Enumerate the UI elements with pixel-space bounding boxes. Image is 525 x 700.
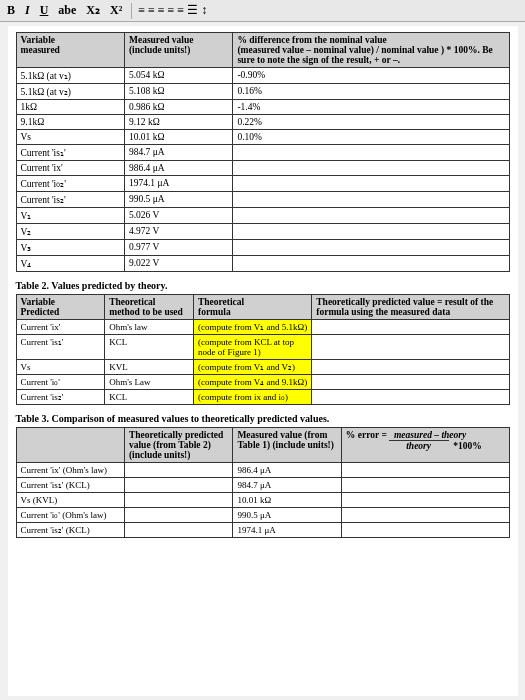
table2-row: Current 'i₀' Ohm's Law (compute from V₄ … [16,375,509,390]
table3-cell-theoretical [124,478,232,493]
table1-cell-percent [233,240,509,256]
table3-header-label [16,428,124,463]
table1-header-measured: Measured value(include units!) [124,33,232,68]
table3-row: Vs (KVL) 10.01 kΩ [16,493,509,508]
table3-cell-theoretical [124,523,232,538]
table1-cell-measured: 9.12 kΩ [124,115,232,130]
table1-cell-variable: Current 'ix' [16,161,124,176]
table1-cell-measured: 0.986 kΩ [124,100,232,115]
table1-cell-percent: 0.10% [233,130,509,145]
table2-cell-variable: Current 'is₁' [16,335,105,360]
table3-cell-measured: 990.5 μA [233,508,341,523]
table1-row: Vs 10.01 kΩ 0.10% [16,130,509,145]
table3-cell-label: Current 'is₂' (KCL) [16,523,124,538]
table1-cell-measured: 990.5 μA [124,192,232,208]
table3-header-theoretical: Theoretically predicted value (from Tabl… [124,428,232,463]
table1-cell-measured: 10.01 kΩ [124,130,232,145]
table1-row: 5.1kΩ (at v₁) 5.054 kΩ -0.90% [16,68,509,84]
table1-cell-percent: 0.22% [233,115,509,130]
table1-cell-measured: 0.977 V [124,240,232,256]
table1-cell-measured: 5.026 V [124,208,232,224]
table1-cell-variable: 1kΩ [16,100,124,115]
table2-header-formula: Theoreticalformula [193,295,311,320]
table3-cell-theoretical [124,493,232,508]
italic-button[interactable]: I [22,3,33,18]
table2-cell-variable: Current 'i₀' [16,375,105,390]
table1-row: 9.1kΩ 9.12 kΩ 0.22% [16,115,509,130]
table3-cell-error [341,493,509,508]
toolbar-extra: ≡ ≡ ≡ ≡ ≡ ☰ ↕ [138,3,207,18]
table1-cell-variable: V₁ [16,208,124,224]
table1-cell-percent: 0.16% [233,84,509,100]
table3-header-measured: Measured value (from Table 1) (include u… [233,428,341,463]
table3-cell-measured: 986.4 μA [233,463,341,478]
table3-cell-theoretical [124,463,232,478]
table2-row: Vs KVL (compute from V₁ and V₂) [16,360,509,375]
table1-cell-variable: V₃ [16,240,124,256]
table2-cell-method: KCL [105,335,194,360]
table3-cell-error [341,508,509,523]
table3-title: Table 3. Comparison of measured values t… [16,413,510,424]
table2-header-variable: VariablePredicted [16,295,105,320]
table1-cell-measured: 1974.1 μA [124,176,232,192]
table1-cell-measured: 9.022 V [124,256,232,272]
table2-cell-result [312,320,509,335]
table1-row: Current 'is₂' 990.5 μA [16,192,509,208]
table1-row: V₂ 4.972 V [16,224,509,240]
underline-button[interactable]: U [37,3,52,18]
table1-cell-variable: V₂ [16,224,124,240]
table1-row: 5.1kΩ (at v₂) 5.108 kΩ 0.16% [16,84,509,100]
table1-cell-measured: 5.054 kΩ [124,68,232,84]
table2-header-result: Theoretically predicted value = result o… [312,295,509,320]
table1-cell-measured: 984.7 μA [124,145,232,161]
table2-row: Current 'ix' Ohm's law (compute from V₁ … [16,320,509,335]
bold-button[interactable]: B [4,3,18,18]
table1: Variablemeasured Measured value(include … [16,32,510,272]
table2-cell-formula: (compute from V₁ and V₂) [193,360,311,375]
table1-cell-percent [233,192,509,208]
table2-cell-result [312,335,509,360]
table3-row: Current 'i₀' (Ohm's law) 990.5 μA [16,508,509,523]
table3-cell-label: Vs (KVL) [16,493,124,508]
toolbar: B I U abe X₂ X² ≡ ≡ ≡ ≡ ≡ ☰ ↕ [0,0,525,22]
table3-cell-measured: 1974.1 μA [233,523,341,538]
table3-cell-measured: 984.7 μA [233,478,341,493]
table1-cell-percent [233,256,509,272]
table3-row: Current 'is₁' (KCL) 984.7 μA [16,478,509,493]
superscript-button[interactable]: X² [107,3,125,18]
table1-cell-variable: V₄ [16,256,124,272]
strikethrough-button[interactable]: abe [55,3,79,18]
table2-header-method: Theoreticalmethod to be used [105,295,194,320]
table1-row: Current 'is₁' 984.7 μA [16,145,509,161]
table2-cell-variable: Current 'is₂' [16,390,105,405]
table1-header-percent: % difference from the nominal value (mea… [233,33,509,68]
table1-cell-percent [233,145,509,161]
table2-row: Current 'is₁' KCL (compute from KCL at t… [16,335,509,360]
table2-cell-formula: (compute from V₁ and 5.1kΩ) [193,320,311,335]
table1-cell-measured: 4.972 V [124,224,232,240]
table2-title: Table 2. Values predicted by theory. [16,280,510,291]
table3-cell-label: Current 'i₀' (Ohm's law) [16,508,124,523]
table3-cell-error [341,463,509,478]
table2-cell-result [312,360,509,375]
table3-header-error: % error = measured – theory theory *100% [341,428,509,463]
table1-row: V₁ 5.026 V [16,208,509,224]
table1-cell-measured: 986.4 μA [124,161,232,176]
table1-cell-measured: 5.108 kΩ [124,84,232,100]
table1-cell-percent [233,176,509,192]
table1-row: V₃ 0.977 V [16,240,509,256]
table2-cell-result [312,390,509,405]
table1-cell-percent [233,224,509,240]
table3-cell-label: Current 'ix' (Ohm's law) [16,463,124,478]
table3-cell-measured: 10.01 kΩ [233,493,341,508]
table1-cell-variable: Vs [16,130,124,145]
table2-cell-method: Ohm's law [105,320,194,335]
table3-cell-label: Current 'is₁' (KCL) [16,478,124,493]
table1-cell-percent [233,208,509,224]
table2-cell-result [312,375,509,390]
table2-cell-method: Ohm's Law [105,375,194,390]
subscript-button[interactable]: X₂ [83,3,103,18]
table3-row: Current 'is₂' (KCL) 1974.1 μA [16,523,509,538]
table2-cell-variable: Vs [16,360,105,375]
table1-row: Current 'ix' 986.4 μA [16,161,509,176]
